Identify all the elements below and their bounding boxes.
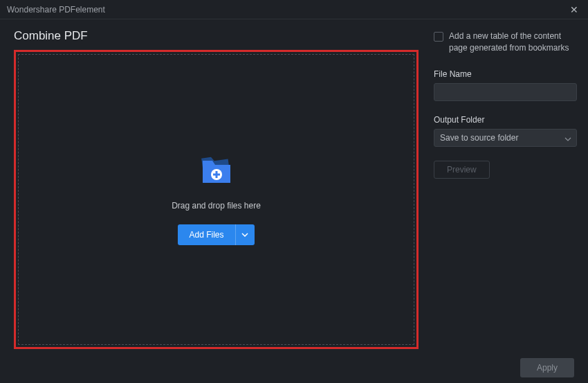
titlebar: Wondershare PDFelement ✕ (0, 0, 588, 19)
drop-zone-text: Drag and drop files here (172, 201, 261, 211)
output-folder-label: Output Folder (434, 115, 577, 125)
chevron-down-icon (241, 233, 248, 237)
output-folder-select-wrap: Save to source folder (434, 129, 577, 147)
sidebar: Add a new table of the content page gene… (425, 19, 588, 353)
output-folder-select[interactable]: Save to source folder (434, 129, 577, 147)
content-area: Combine PDF Drag and drop files here Add… (0, 19, 588, 353)
add-files-group: Add Files (178, 224, 254, 245)
file-name-input[interactable] (434, 83, 577, 101)
toc-checkbox-row: Add a new table of the content page gene… (434, 30, 577, 54)
highlight-annotation: Drag and drop files here Add Files (14, 50, 419, 349)
apply-button[interactable]: Apply (520, 358, 574, 377)
add-files-dropdown-button[interactable] (235, 224, 255, 245)
file-name-label: File Name (434, 69, 577, 79)
app-title: Wondershare PDFelement (7, 5, 105, 15)
toc-checkbox-label: Add a new table of the content page gene… (449, 30, 577, 54)
preview-button[interactable]: Preview (434, 161, 490, 179)
main-panel: Combine PDF Drag and drop files here Add… (0, 19, 425, 353)
close-icon[interactable]: ✕ (567, 4, 581, 15)
svg-rect-2 (213, 174, 220, 176)
toc-checkbox[interactable] (434, 32, 443, 42)
footer: Apply (0, 353, 588, 383)
page-title: Combine PDF (14, 29, 419, 43)
drop-zone[interactable]: Drag and drop files here Add Files (18, 54, 414, 345)
folder-plus-icon (197, 154, 236, 187)
add-files-button[interactable]: Add Files (178, 224, 235, 245)
